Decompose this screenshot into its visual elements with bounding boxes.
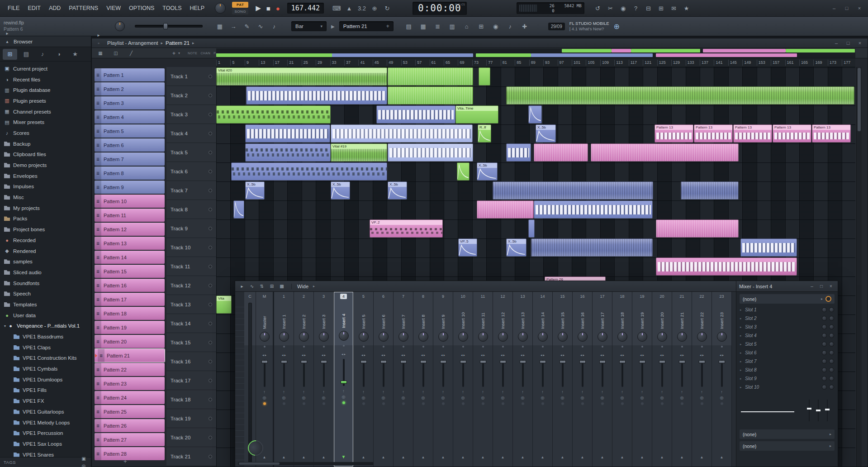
browser-item-impulses[interactable]: Impulses xyxy=(0,181,91,192)
route-arrows-icon[interactable]: ◂ ▸ xyxy=(461,353,465,357)
mixer-top-slot[interactable]: (none) ▸ xyxy=(740,294,835,304)
pan-knob[interactable] xyxy=(578,332,588,342)
tags-folder-icon[interactable]: ▣ xyxy=(80,455,87,462)
pattern-item-pattern-25[interactable]: ≣Pattern 25 xyxy=(95,405,165,418)
pattern-item-pattern-6[interactable]: ≣Pattern 6 xyxy=(95,138,165,152)
save-icon[interactable]: ⊟ xyxy=(643,3,654,14)
track-mute-dot[interactable] xyxy=(209,94,212,97)
track-name-row[interactable]: Track 5 xyxy=(166,143,216,162)
record-led[interactable] xyxy=(661,402,664,405)
pattern-item-pattern-10[interactable]: ≣Pattern 10 xyxy=(95,195,165,208)
scrollbar-thumb[interactable] xyxy=(858,68,861,131)
track-name-row[interactable]: Track 13 xyxy=(166,295,216,314)
track-mute-dot[interactable] xyxy=(209,75,212,78)
browser-item-vpe1-percussion[interactable]: VPE1 Percussion xyxy=(0,428,91,438)
browser-item-soundfonts[interactable]: Soundfonts xyxy=(0,278,91,289)
select-arrow-icon[interactable]: ▲ xyxy=(640,455,644,459)
browser-item-plugin-database[interactable]: ▥Plugin database xyxy=(0,85,91,95)
mixer-slot-slot-10[interactable]: ▸Slot 10 xyxy=(736,383,838,391)
browser-item-vpe1-fills[interactable]: VPE1 Fills xyxy=(0,385,91,396)
routing-up-icon[interactable]: ↑ xyxy=(502,390,504,394)
volume-fader[interactable] xyxy=(473,359,493,388)
browser-item-plugin-presets[interactable]: ▥Plugin presets xyxy=(0,95,91,106)
route-arrows-icon[interactable]: ◂ ▸ xyxy=(441,353,445,357)
fader-handle[interactable] xyxy=(360,360,367,363)
record-led[interactable] xyxy=(422,402,425,405)
tags-search-icon[interactable]: ◎ xyxy=(80,462,87,467)
menu-edit[interactable]: EDIT xyxy=(24,0,44,16)
record-led[interactable] xyxy=(621,402,624,405)
slot-enable-knob[interactable] xyxy=(829,307,834,312)
typing-piano-icon[interactable]: ▦ xyxy=(214,21,225,32)
tempo-tap-icon[interactable]: ♪ xyxy=(505,21,516,32)
track-mute-dot[interactable] xyxy=(209,246,212,249)
track-name-row[interactable]: Track 4 xyxy=(166,124,216,143)
clip[interactable] xyxy=(216,105,331,124)
slot-enable-knob[interactable] xyxy=(829,367,834,372)
slot-enable-knob[interactable] xyxy=(829,376,834,381)
pan-knob[interactable] xyxy=(538,332,548,342)
eq-frequency-slider[interactable] xyxy=(741,411,794,412)
record-led[interactable] xyxy=(721,402,723,405)
mixer-channel-insert-17[interactable]: 17Insert 17◂ ▸↑◎▲ xyxy=(593,292,612,467)
browser-item-recorded[interactable]: ●Recorded xyxy=(0,235,91,246)
mixer-view-selector[interactable]: Wide ▸ xyxy=(291,284,315,289)
routing-up-icon[interactable]: ↑ xyxy=(462,390,464,394)
browser-icon[interactable]: ⌂ xyxy=(461,21,472,32)
pat-mode-button[interactable]: PAT xyxy=(232,2,248,8)
pattern-item-pattern-16[interactable]: ≣Pattern 16 xyxy=(95,279,165,292)
select-arrow-icon[interactable]: ▲ xyxy=(660,455,664,459)
eq-band-2-handle[interactable] xyxy=(816,410,821,411)
volume-fader[interactable] xyxy=(593,359,612,388)
main-pitch-slider[interactable] xyxy=(135,25,203,28)
pattern-item-pattern-4[interactable]: ≣Pattern 4 xyxy=(95,110,165,124)
track-mute-dot[interactable] xyxy=(209,436,212,439)
pan-knob[interactable] xyxy=(677,332,687,342)
slot-enable-knob[interactable] xyxy=(829,385,834,390)
clip[interactable] xyxy=(245,143,331,162)
pan-knob[interactable] xyxy=(279,332,289,342)
eq-band-1-slider[interactable] xyxy=(809,400,810,421)
volume-fader[interactable] xyxy=(652,359,672,388)
fader-handle[interactable] xyxy=(480,360,486,363)
routing-up-icon[interactable]: ↑ xyxy=(402,390,404,394)
mixer-channel-insert-5[interactable]: 5Insert 5◂ ▸↑◎▲ xyxy=(354,292,374,467)
close-button[interactable]: × xyxy=(855,39,865,47)
mixer-slot-slot-9[interactable]: ▸Slot 9 xyxy=(736,374,838,383)
routing-up-icon[interactable]: ↑ xyxy=(681,390,683,394)
slot-mix-knob[interactable] xyxy=(822,367,827,372)
pattern-item-pattern-17[interactable]: ≣Pattern 17 xyxy=(95,293,165,306)
mixer-channel-insert-20[interactable]: 20Insert 20◂ ▸↑◎▲ xyxy=(652,292,672,467)
pattern-split-icon[interactable]: ◫ xyxy=(112,49,120,57)
volume-fader[interactable] xyxy=(354,359,373,388)
pan-knob[interactable] xyxy=(438,332,448,342)
clip[interactable] xyxy=(528,219,535,238)
mixer-channel-insert-11[interactable]: 11Insert 11◂ ▸↑◎▲ xyxy=(473,292,493,467)
route-arrows-icon[interactable]: ◂ ▸ xyxy=(361,353,365,357)
record-led[interactable] xyxy=(342,401,345,404)
pattern-item-pattern-22[interactable]: ≣Pattern 22 xyxy=(95,363,165,376)
select-arrow-icon[interactable]: ▲ xyxy=(541,455,545,459)
clip-x-5b[interactable]: X..5b xyxy=(388,181,407,200)
eq-area[interactable] xyxy=(741,397,833,426)
select-arrow-icon[interactable]: ▲ xyxy=(561,455,564,459)
touch-icon[interactable]: ◉ xyxy=(490,21,501,32)
select-arrow-icon[interactable]: ▲ xyxy=(601,455,604,459)
slot-enable-knob[interactable] xyxy=(829,316,834,321)
plugin-picker2-icon[interactable]: ⊞ xyxy=(476,21,487,32)
slot-mix-knob[interactable] xyxy=(822,350,827,355)
clip-x-5b[interactable]: X..5b xyxy=(245,181,265,200)
routing-up-icon[interactable]: ↑ xyxy=(561,390,564,394)
pattern-item-pattern-1[interactable]: ≣Pattern 1 xyxy=(95,68,165,81)
record-led[interactable] xyxy=(541,402,544,405)
mixer-channel-insert-16[interactable]: 16Insert 16◂ ▸↑◎▲ xyxy=(573,292,593,467)
news-bar[interactable]: 29/09 FL STUDIO MOBILE | 4.1 What's New?… xyxy=(548,21,620,32)
browser-item-scores[interactable]: ♪Scores xyxy=(0,128,91,138)
mixer-channel-insert-1[interactable]: 1Insert 1◂ ▸↑◎▲ xyxy=(274,292,294,467)
mixer-channel-insert-15[interactable]: 15Insert 15◂ ▸↑◎▲ xyxy=(553,292,573,467)
browser-item-sliced-audio[interactable]: Sliced audio xyxy=(0,267,91,278)
selected-arrow-icon[interactable]: ▼ xyxy=(342,454,346,459)
clip-vital-20[interactable]: Vital #20 xyxy=(216,67,387,86)
pattern-item-pattern-18[interactable]: ≣Pattern 18 xyxy=(95,307,165,320)
pan-knob[interactable] xyxy=(558,332,568,342)
